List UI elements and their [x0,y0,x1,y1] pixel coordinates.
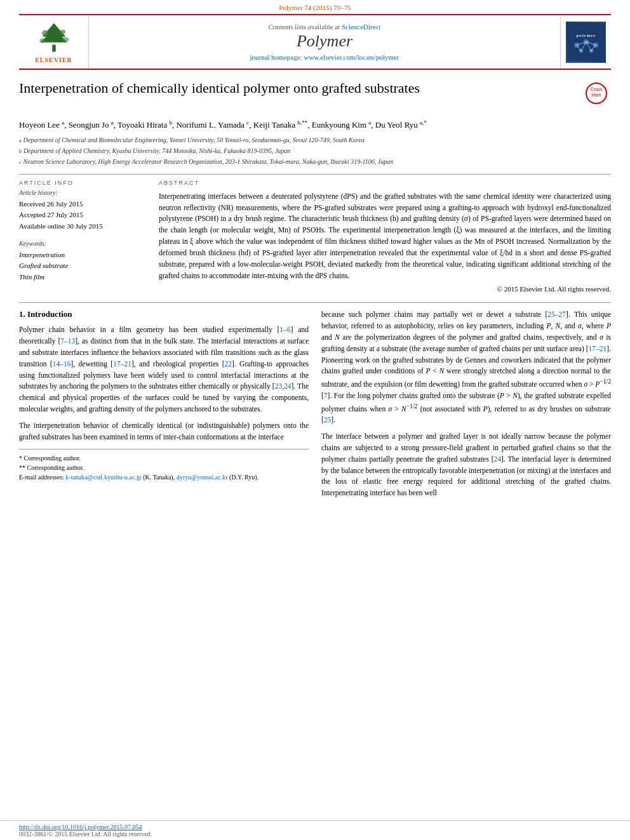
article-body: ARTICLE INFO Article history: Received 2… [19,180,611,293]
journal-bar: Polymer 74 (2015) 70–75 [0,0,630,14]
copyright: © 2015 Elsevier Ltd. All rights reserved… [159,285,611,293]
polymer-logo: polymer [566,22,606,63]
keywords-header: Keywords: [19,240,146,247]
journal-header: ELSEVIER Contents lists available at Sci… [19,14,611,70]
intro-heading: 1. Introduction [19,309,309,319]
text-column-left: 1. Introduction Polymer chain behavior i… [19,309,309,504]
article-title-section: Interpenetration of chemically identical… [19,79,611,112]
elsevier-logo: ELSEVIER [32,20,76,63]
article-title: Interpenetration of chemically identical… [19,79,579,98]
footnotes: * Corresponding author. ** Corresponding… [19,449,309,482]
svg-text:Cross: Cross [591,87,603,91]
svg-text:polymer: polymer [575,33,595,38]
right-paragraph-1: because such polymer chains may partiall… [321,309,611,426]
keyword-3: Thin film [19,273,44,281]
svg-point-6 [62,37,69,42]
footnote-1: * Corresponding author. [19,453,309,463]
crossmark-icon: Cross Mark [586,83,608,105]
received-date: Received 26 July 2015 Accepted 27 July 2… [19,199,146,232]
article-info-column: ARTICLE INFO Article history: Received 2… [19,180,146,293]
article-text-section: 1. Introduction Polymer chain behavior i… [19,309,611,504]
history-subheader: Article history: [19,189,146,196]
email-tanaka-link[interactable]: k-tanaka@cstf.kyushu-u.ac.jp [65,474,143,481]
footnote-2: ** Corresponding author. [19,463,309,472]
footnote-emails: E-mail addresses: k-tanaka@cstf.kyushu-u… [19,472,309,482]
text-column-right: because such polymer chains may partiall… [321,309,611,504]
sciencedirect-text: Contents lists available at ScienceDirec… [268,23,380,30]
polymer-logo-icon: polymer [567,23,605,61]
page-footer: http://dx.doi.org/10.1016/j.polymer.2015… [0,820,630,840]
article-info-section: ARTICLE INFO Article history: Received 2… [19,180,146,232]
polymer-logo-area: polymer [560,15,611,69]
elsevier-logo-area: ELSEVIER [19,15,89,69]
elsevier-tree-icon [32,20,76,55]
svg-point-5 [39,38,45,43]
affiliation-c: c Neutron Science Laboratory, High Energ… [19,157,611,166]
authors: Hoyeon Lee a, Seongjun Jo a, Toyoaki Hir… [19,119,611,131]
main-content: Interpenetration of chemically identical… [0,70,630,514]
intro-paragraph-1: Polymer chain behavior in a film geometr… [19,324,309,415]
svg-rect-0 [52,45,56,52]
article-info-header: ARTICLE INFO [19,180,146,186]
keyword-1: Interpenetration [19,251,65,258]
svg-point-3 [41,30,48,36]
email-ryu-link[interactable]: dyryu@yonsei.ac.kr [177,474,229,481]
sciencedirect-link[interactable]: ScienceDirect [342,23,381,30]
abstract-header: ABSTRACT [159,180,611,186]
keywords-section: Keywords: Interpenetration Grafted subst… [19,240,146,283]
affiliation-a: a Department of Chemical and Biomolecula… [19,135,611,145]
elsevier-brand-text: ELSEVIER [35,57,72,63]
abstract-divider [19,302,611,303]
section-divider-top [19,174,611,175]
journal-citation: Polymer 74 (2015) 70–75 [279,4,351,11]
right-paragraph-2: The interface between a polymer and graf… [321,431,611,499]
issn-text: 0032-3861/© 2015 Elsevier Ltd. All right… [19,830,152,837]
keyword-2: Grafted substrate [19,262,68,269]
svg-point-4 [60,30,65,34]
doi-link[interactable]: http://dx.doi.org/10.1016/j.polymer.2015… [19,823,142,830]
keywords-list: Interpenetration Grafted substrate Thin … [19,250,146,283]
svg-text:Mark: Mark [591,93,601,97]
intro-paragraph-2: The interpenetration behavior of chemica… [19,420,309,443]
journal-homepage[interactable]: journal homepage: www.elsevier.com/locat… [250,53,399,61]
abstract-text: Interpenetrating interfaces between a de… [159,191,611,282]
affiliation-b: b Department of Applied Chemistry, Kyush… [19,146,611,156]
abstract-column: ABSTRACT Interpenetrating interfaces bet… [159,180,611,293]
page: Polymer 74 (2015) 70–75 ELSEVIER [0,0,630,840]
crossmark-area: Cross Mark [586,83,611,107]
header-center: Contents lists available at ScienceDirec… [89,15,560,69]
affiliations: a Department of Chemical and Biomolecula… [19,135,611,166]
journal-name: Polymer [297,32,352,51]
